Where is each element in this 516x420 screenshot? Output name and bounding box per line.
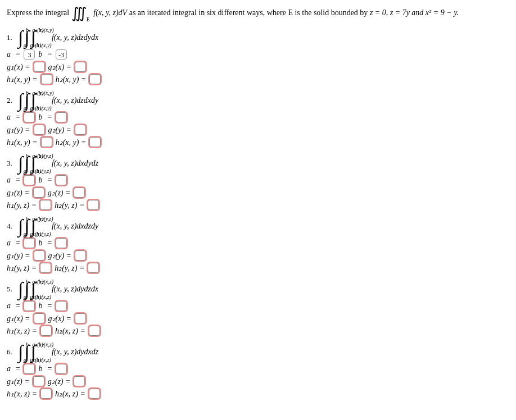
problem-block: 6.∫ba∫g₂(z)g₁(z)∫h₂(x,z)h₁(x,z)f(x, y, z… — [7, 344, 509, 399]
a-label: a — [7, 302, 11, 311]
g2-input[interactable] — [75, 62, 86, 72]
intro-conditions: z = 0, z = 7y and x² = 9 − y. — [370, 8, 459, 17]
g2-input[interactable] — [75, 313, 86, 323]
ab-row: a=b= — [7, 238, 509, 248]
integrand: f(x, y, z)dxdzdy — [52, 222, 98, 231]
lower-limit: h₁(y,z) — [37, 231, 51, 237]
g1-input[interactable] — [34, 125, 45, 135]
g1-label: g₁(x) = — [7, 314, 30, 323]
g1-input[interactable] — [33, 376, 44, 386]
h1-input[interactable] — [40, 200, 51, 210]
b-input[interactable] — [56, 301, 67, 311]
problem-number: 4. — [7, 222, 16, 231]
integral-expression: 4.∫ba∫g₂(y)g₁(y)∫h₂(y,z)h₁(y,z)f(x, y, z… — [7, 218, 509, 235]
integral-sign: ∫g₂(x)g₁(x) — [24, 29, 29, 46]
b-input[interactable]: -3 — [56, 49, 67, 60]
a-input[interactable] — [24, 238, 35, 248]
integral-sign: ∫g₂(x)g₁(x) — [24, 281, 29, 298]
integral-expression: 1.∫ba∫g₂(x)g₁(x)∫h₂(x,y)h₁(x,y)f(x, y, z… — [7, 29, 509, 46]
g2-label: g₂(y) = — [48, 125, 72, 135]
h1-input[interactable] — [40, 263, 51, 273]
upper-limit: h₂(x,y) — [39, 90, 54, 96]
integral-expression: 3.∫ba∫g₂(z)g₁(z)∫h₂(y,z)h₁(y,z)f(x, y, z… — [7, 155, 509, 172]
g1-input[interactable] — [34, 62, 45, 72]
a-label: a — [7, 113, 11, 122]
g-row: g₁(x) =g₂(x) = — [7, 313, 509, 323]
ab-row: a=b= — [7, 301, 509, 311]
g1-label: g₁(y) = — [7, 251, 30, 261]
integral-sign: ∫g₂(z)g₁(z) — [24, 344, 29, 360]
h1-label: h₁(x, y) = — [7, 75, 38, 84]
integral-sign: ∫ba — [18, 281, 23, 298]
integrand: f(x, y, z)dydzdx — [52, 285, 98, 294]
h-row: h₁(y, z) =h₂(y, z) = — [7, 200, 509, 210]
b-input[interactable] — [56, 175, 67, 185]
g-row: g₁(z) =g₂(z) = — [7, 376, 509, 386]
a-input[interactable] — [24, 112, 35, 122]
integral-expression: 5.∫ba∫g₂(x)g₁(x)∫h₂(x,z)h₁(x,z)f(x, y, z… — [7, 281, 509, 298]
h-row: h₁(x, y) =h₂(x, y) = — [7, 74, 509, 84]
integral-sign: ∫h₂(x,y)h₁(x,y) — [31, 92, 36, 109]
h2-input[interactable] — [89, 389, 100, 399]
integral-sign: ∫ba — [18, 218, 23, 235]
b-input[interactable] — [56, 238, 67, 248]
h1-input[interactable] — [40, 389, 52, 399]
b-input[interactable] — [56, 112, 67, 122]
a-input[interactable]: 3 — [24, 49, 35, 60]
h2-input[interactable] — [88, 200, 99, 210]
a-input[interactable] — [24, 364, 35, 374]
g1-label: g₁(x) = — [7, 62, 30, 72]
g1-label: g₁(z) = — [7, 188, 30, 198]
integral-sign: ∫h₂(x,z)h₁(x,z) — [31, 281, 36, 298]
b-input[interactable] — [56, 364, 67, 374]
lower-limit: h₁(x,z) — [37, 357, 52, 363]
g2-label: g₂(x) = — [48, 62, 72, 72]
problem-block: 1.∫ba∫g₂(x)g₁(x)∫h₂(x,y)h₁(x,y)f(x, y, z… — [7, 29, 509, 84]
problem-statement: Express the integral ∭E f(x, y, z)dV as … — [7, 4, 509, 22]
g2-input[interactable] — [74, 376, 85, 386]
h2-input[interactable] — [89, 137, 101, 147]
integral-sign: ∫ba — [18, 344, 23, 360]
h2-input[interactable] — [89, 74, 101, 84]
g1-label: g₁(z) = — [7, 377, 30, 386]
problem-number: 5. — [7, 285, 16, 294]
a-input[interactable] — [24, 301, 35, 311]
upper-limit: h₂(x,y) — [39, 27, 54, 33]
ab-row: a=b= — [7, 364, 509, 374]
g2-label: g₂(z) = — [48, 377, 71, 386]
h2-input[interactable] — [89, 326, 100, 336]
lower-limit: h₁(x,y) — [37, 105, 52, 111]
intro-lead: Express the integral — [7, 8, 69, 17]
g2-label: g₂(x) = — [48, 314, 72, 323]
lower-limit: h₁(y,z) — [37, 168, 51, 174]
h2-input[interactable] — [88, 263, 99, 273]
a-label: a — [7, 50, 11, 59]
g1-input[interactable] — [33, 188, 44, 198]
integral-sign: ∫h₂(x,y)h₁(x,y) — [31, 29, 36, 46]
g2-input[interactable] — [74, 188, 85, 198]
integral-sign: ∫g₂(y)g₁(y) — [24, 218, 29, 235]
h1-label: h₁(x, z) = — [7, 326, 37, 336]
triple-integral-symbol: ∭E — [71, 5, 94, 21]
g1-input[interactable] — [34, 250, 45, 261]
b-label: b — [38, 113, 42, 122]
h1-input[interactable] — [41, 137, 52, 147]
g2-input[interactable] — [75, 125, 86, 135]
g2-input[interactable] — [75, 250, 86, 261]
h-row: h₁(x, y) =h₂(x, y) = — [7, 137, 509, 147]
h2-label: h₂(x, z) = — [55, 326, 85, 336]
integrand: f(x, y, z)dzdxdy — [52, 96, 98, 105]
integral-expression: 2.∫ba∫g₂(y)g₁(y)∫h₂(x,y)h₁(x,y)f(x, y, z… — [7, 92, 509, 109]
a-label: a — [7, 176, 11, 185]
h1-input[interactable] — [40, 326, 52, 336]
upper-limit: h₂(y,z) — [39, 216, 53, 222]
h1-input[interactable] — [41, 74, 52, 84]
a-input[interactable] — [24, 175, 35, 185]
upper-limit: h₂(y,z) — [39, 153, 53, 159]
problem-block: 3.∫ba∫g₂(z)g₁(z)∫h₂(y,z)h₁(y,z)f(x, y, z… — [7, 155, 509, 210]
integral-sign: ∫ba — [18, 92, 23, 109]
g1-input[interactable] — [34, 313, 45, 323]
integral-sign: ∫ba — [18, 29, 23, 46]
g-row: g₁(y) =g₂(y) = — [7, 125, 509, 135]
a-label: a — [7, 364, 11, 373]
